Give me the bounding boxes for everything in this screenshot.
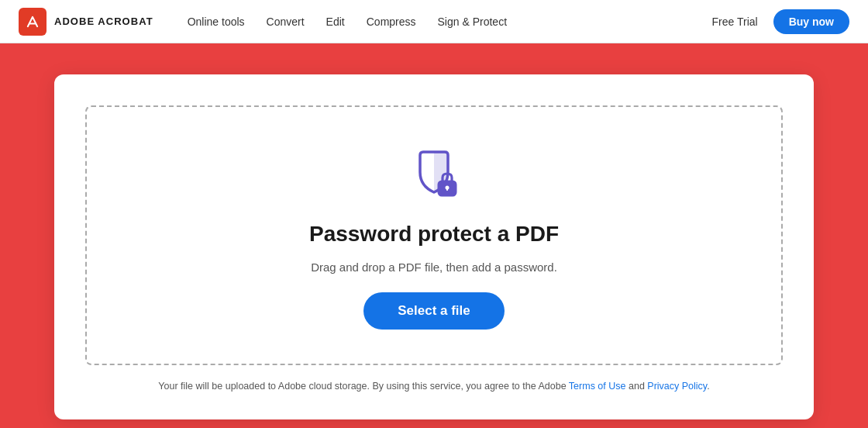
nav-edit[interactable]: Edit [317,9,354,34]
upload-card: Password protect a PDF Drag and drop a P… [54,74,814,419]
card-title: Password protect a PDF [309,222,559,247]
nav-actions: Free Trial Buy now [703,9,849,34]
acrobat-icon [19,8,46,36]
nav-free-trial[interactable]: Free Trial [703,9,767,34]
nav-sign-protect[interactable]: Sign & Protect [429,9,517,34]
footer-middle: and [626,381,648,392]
footer-end: . [707,381,709,392]
drop-zone[interactable]: Password protect a PDF Drag and drop a P… [85,105,783,365]
nav-links: Online tools Convert Edit Compress Sign … [178,9,703,34]
privacy-policy-link[interactable]: Privacy Policy [647,381,707,392]
navbar: ADOBE ACROBAT Online tools Convert Edit … [0,0,868,43]
nav-online-tools[interactable]: Online tools [178,9,254,34]
nav-compress[interactable]: Compress [357,9,425,34]
hero-section: Password protect a PDF Drag and drop a P… [0,43,868,428]
footer-text-before: Your file will be uploaded to Adobe clou… [158,381,569,392]
terms-of-use-link[interactable]: Terms of Use [569,381,626,392]
nav-convert[interactable]: Convert [257,9,314,34]
card-footer: Your file will be uploaded to Adobe clou… [85,381,783,392]
brand-name: ADOBE ACROBAT [54,16,153,27]
buy-now-button[interactable]: Buy now [773,9,849,34]
card-subtitle: Drag and drop a PDF file, then add a pas… [311,261,557,274]
brand-logo[interactable]: ADOBE ACROBAT [19,8,153,36]
select-file-button[interactable]: Select a file [363,292,505,330]
svg-rect-3 [446,188,448,191]
shield-lock-icon [403,144,465,206]
